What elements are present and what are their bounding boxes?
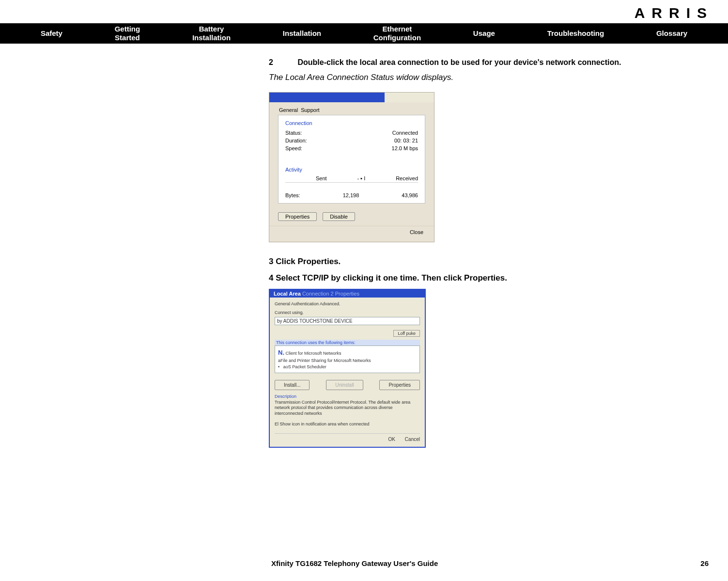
properties-button[interactable]: Properties — [278, 212, 317, 221]
nav-installation[interactable]: Installation — [283, 29, 321, 38]
nav-ethernet-configuration[interactable]: Ethernet Configuration — [373, 25, 421, 42]
item1-text: Client for Microsoft Networks — [284, 351, 341, 356]
nav-troubleshooting[interactable]: Troubleshooting — [547, 29, 604, 38]
description-label: Description — [275, 394, 420, 399]
status-label: Status: — [285, 130, 302, 136]
cancel-button[interactable]: Cancel — [405, 437, 420, 442]
nav-battery-installation[interactable]: Battery Installation — [192, 25, 231, 42]
nav-usage[interactable]: Usage — [473, 29, 495, 38]
step-2-number: 2 — [269, 58, 295, 67]
status-value: Connected — [392, 130, 418, 136]
tab-support[interactable]: Support — [301, 107, 320, 113]
item-qos-scheduler[interactable]: • aoS Packet Scheduler — [278, 364, 417, 371]
connect-using-label: Connect using. — [275, 310, 420, 315]
items-list[interactable]: N. Client for Microsoft Networks aFile a… — [275, 345, 420, 373]
show-icon-checkbox[interactable]: El Show icon in notification area when c… — [275, 422, 420, 426]
nav-glossary[interactable]: Glossary — [656, 29, 687, 38]
step-2: 2 Double-click the local area connection… — [269, 58, 718, 67]
duration-value: 00: 03: 21 — [394, 138, 418, 143]
footer-page-number: 26 — [700, 559, 709, 567]
bytes-sent-value: 12,198 — [343, 192, 359, 198]
lac-status-titlebar — [269, 93, 434, 102]
lac-properties-dialog: Local Area Connection 2 Properties Gener… — [269, 289, 426, 448]
nav-getting-started[interactable]: Getting Started — [115, 25, 140, 42]
device-field[interactable]: by ADDIS TOUCHSTONE DEVICE — [275, 317, 420, 325]
step-2-text: Double-click the local area connection t… — [297, 58, 621, 66]
item-client-ms-networks[interactable]: N. Client for Microsoft Networks — [278, 348, 417, 358]
title-part-a: Local Area — [274, 291, 302, 297]
step-4: 4 Select TCP/IP by clicking it one time.… — [269, 273, 718, 283]
activity-group-label: Activity — [285, 167, 418, 173]
speed-label: Speed: — [285, 145, 302, 151]
items-header: This connection uses the following items… — [275, 340, 420, 345]
top-nav: Safety Getting Started Battery Installat… — [0, 23, 728, 44]
status-window-note: The Local Area Connection Status widow d… — [269, 73, 718, 82]
item1-prefix: N. — [278, 349, 284, 356]
description-text: Transmission Control Protocol/Internet P… — [275, 400, 420, 417]
lac-status-dialog: General Support Connection Status: Conne… — [269, 92, 434, 242]
item-properties-button[interactable]: Properties — [379, 380, 420, 390]
activity-arrow-icon: - ▪ I — [357, 175, 365, 181]
sent-label: Sent — [316, 175, 327, 181]
item3-bullet: • — [278, 364, 279, 369]
title-part-b: Connection 2 Properties — [302, 291, 359, 297]
install-button[interactable]: Install... — [275, 380, 310, 390]
item3-text: aoS Packet Scheduler — [283, 364, 326, 369]
bytes-label: Bytes: — [285, 192, 300, 198]
received-label: Received — [396, 175, 418, 181]
step-3: 3 Click Properties. — [269, 257, 718, 267]
ok-button[interactable]: OK — [388, 437, 395, 442]
close-button[interactable]: Close — [410, 229, 423, 235]
connection-group-label: Connection — [285, 120, 418, 126]
duration-label: Duration: — [285, 138, 307, 143]
footer-title: Xfinity TG1682 Telephony Gateway User's … — [271, 559, 438, 567]
item-file-printer-sharing[interactable]: aFile and Printer Sharing for Microsoft … — [278, 358, 417, 364]
tab-general[interactable]: General — [279, 107, 298, 113]
properties-tabs[interactable]: General Authentication Advanced. — [275, 301, 420, 306]
configure-button[interactable]: Loff puke — [393, 330, 420, 337]
bytes-received-value: 43,986 — [402, 192, 418, 198]
uninstall-button: Uninstall — [326, 380, 363, 390]
lac-properties-titlebar: Local Area Connection 2 Properties — [270, 290, 425, 298]
nav-safety[interactable]: Safety — [41, 29, 62, 38]
brand-logo: ARRIS — [635, 5, 713, 21]
disable-button[interactable]: Disable — [323, 212, 355, 221]
speed-value: 12.0 M bps — [392, 145, 418, 151]
